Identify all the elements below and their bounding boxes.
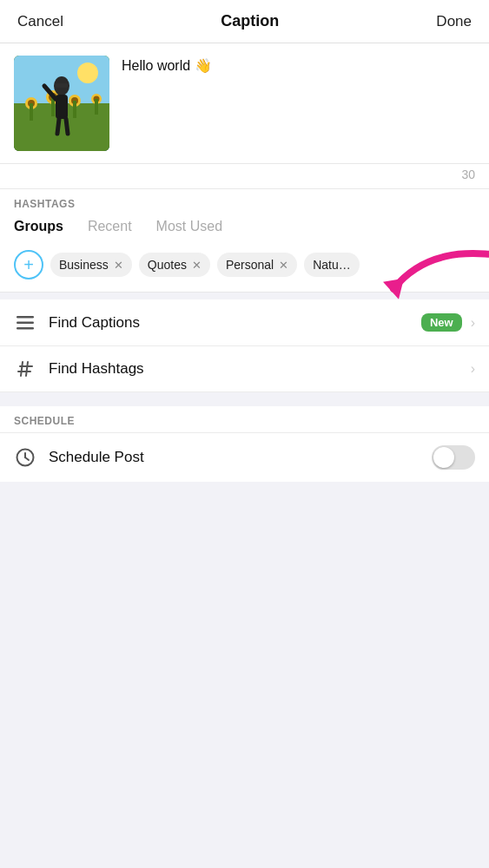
add-tag-button[interactable]: + — [14, 250, 43, 279]
thumbnail-svg — [14, 56, 109, 151]
svg-rect-20 — [56, 83, 68, 88]
svg-point-1 — [77, 62, 98, 83]
hashtags-section: HASHTAGS Groups Recent Most Used + Busin… — [0, 189, 489, 293]
svg-rect-14 — [95, 99, 98, 115]
svg-rect-21 — [17, 316, 34, 319]
cancel-button[interactable]: Cancel — [17, 13, 63, 30]
schedule-section: SCHEDULE Schedule Post — [0, 406, 489, 482]
tabs-row: Groups Recent Most Used — [14, 219, 475, 238]
svg-line-27 — [21, 362, 23, 376]
svg-line-18 — [57, 119, 59, 134]
new-badge: New — [421, 313, 462, 332]
divider-1 — [0, 293, 489, 299]
thumbnail-image — [14, 56, 109, 151]
tag-label: Natu… — [313, 258, 351, 272]
svg-rect-23 — [17, 327, 34, 330]
tag-chip-quotes[interactable]: Quotes ✕ — [139, 253, 210, 277]
remove-tag-icon[interactable]: ✕ — [279, 259, 288, 272]
find-captions-label: Find Captions — [49, 314, 421, 332]
page-title: Caption — [221, 12, 279, 30]
caption-text-area[interactable]: Hello world 👋 — [122, 56, 475, 74]
menu-section: Find Captions New › Find Hashtags › — [0, 299, 489, 392]
tab-recent[interactable]: Recent — [88, 219, 132, 238]
char-count: 30 — [461, 168, 475, 181]
svg-line-28 — [26, 362, 28, 376]
svg-line-31 — [25, 457, 29, 460]
find-captions-row[interactable]: Find Captions New › — [0, 299, 489, 346]
tab-most-used[interactable]: Most Used — [156, 219, 222, 238]
caption-text: Hello world 👋 — [122, 58, 212, 73]
svg-rect-22 — [17, 321, 34, 324]
clock-icon — [14, 448, 36, 467]
tab-groups[interactable]: Groups — [14, 219, 63, 238]
tag-label: Quotes — [148, 258, 187, 272]
tag-label: Business — [59, 258, 109, 272]
done-button[interactable]: Done — [436, 13, 472, 30]
schedule-toggle[interactable] — [432, 445, 475, 470]
schedule-post-row[interactable]: Schedule Post — [0, 432, 489, 482]
schedule-label: SCHEDULE — [0, 406, 489, 432]
tags-row: + Business ✕ Quotes ✕ Personal ✕ Natu… — [14, 250, 475, 292]
char-count-row: 30 — [0, 164, 489, 189]
find-hashtags-row[interactable]: Find Hashtags › — [0, 346, 489, 392]
schedule-post-label: Schedule Post — [49, 449, 432, 466]
svg-rect-11 — [73, 101, 76, 118]
toggle-knob — [433, 447, 454, 468]
lines-icon — [14, 316, 36, 330]
hashtags-label: HASHTAGS — [14, 198, 475, 210]
tag-chip-business[interactable]: Business ✕ — [50, 253, 132, 277]
svg-line-19 — [66, 119, 68, 134]
caption-area: Hello world 👋 — [0, 43, 489, 164]
chevron-right-icon: › — [471, 315, 475, 331]
tag-chip-natu[interactable]: Natu… — [304, 253, 360, 277]
post-thumbnail — [14, 56, 109, 151]
svg-rect-5 — [30, 103, 33, 121]
divider-2 — [0, 392, 489, 399]
find-hashtags-label: Find Hashtags — [49, 360, 471, 378]
remove-tag-icon[interactable]: ✕ — [192, 259, 202, 272]
plus-icon: + — [23, 256, 34, 273]
chevron-right-icon: › — [471, 361, 475, 377]
remove-tag-icon[interactable]: ✕ — [114, 259, 123, 272]
header: Cancel Caption Done — [0, 0, 489, 43]
tag-label: Personal — [226, 258, 274, 272]
tag-chip-personal[interactable]: Personal ✕ — [217, 253, 297, 277]
hashtag-icon — [14, 360, 36, 378]
